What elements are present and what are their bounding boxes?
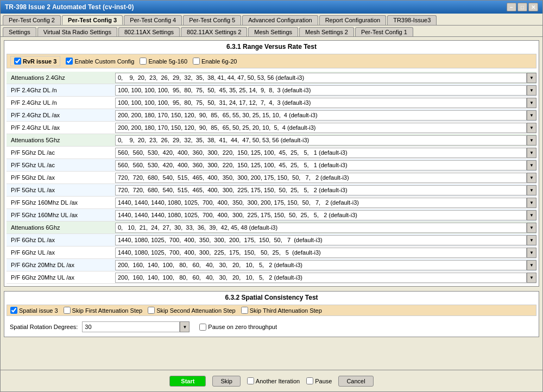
row-dropdown-btn-7[interactable]: ▼ — [527, 160, 536, 170]
rvr-issue-checkbox[interactable] — [14, 58, 21, 65]
tab-row2-5[interactable]: Mesh Settings 2 — [299, 27, 354, 36]
table-row: P/F 5Ghz 160Mhz UL /ax▼ — [7, 209, 536, 222]
row-value-input-5[interactable] — [115, 135, 527, 146]
enable-6g-20-checkbox[interactable] — [193, 58, 200, 65]
skip-third-checkbox[interactable] — [241, 307, 248, 314]
row-value-container-2: ▼ — [115, 98, 536, 108]
table-row: Attenuations 6Ghz▼ — [7, 222, 536, 234]
spatial-rotation-dropdown-btn[interactable]: ▼ — [180, 321, 190, 332]
row-value-container-11: ▼ — [115, 210, 536, 220]
skip-second-label[interactable]: Skip Second Attenuation Step — [148, 307, 236, 314]
maximize-button[interactable]: □ — [517, 3, 527, 11]
tab-row2-1[interactable]: Virtual Sta Radio Settings — [37, 27, 117, 36]
row-dropdown-btn-11[interactable]: ▼ — [527, 210, 536, 220]
spatial-rotation-label: Spatial Rotation Degrees: — [10, 324, 78, 330]
spatial-checkbox-label[interactable]: Spatial issue 3 — [10, 307, 58, 314]
skip-second-text: Skip Second Attenuation Step — [156, 307, 236, 314]
enable-6g-20-label[interactable]: Enable 6g-20 — [193, 58, 237, 65]
table-row: Attenuations 2.4Ghz▼ — [7, 72, 536, 84]
row-dropdown-btn-3[interactable]: ▼ — [527, 110, 536, 121]
row-label-9: P/F 5Ghz UL /ax — [7, 187, 115, 193]
row-value-input-4[interactable] — [115, 123, 527, 133]
row-value-input-6[interactable] — [115, 148, 527, 158]
skip-first-checkbox[interactable] — [64, 307, 71, 314]
enable-5g-160-checkbox[interactable] — [140, 58, 147, 65]
tab-row1-4[interactable]: Advanced Configuration — [242, 15, 318, 25]
tab-row2-6[interactable]: Per-Test Config 1 — [355, 27, 413, 36]
enable-custom-config-text: Enable Custom Config — [74, 58, 134, 65]
skip-button[interactable]: Skip — [212, 376, 240, 387]
tab-row1-1[interactable]: Per-Test Config 3 — [62, 15, 123, 25]
row-value-input-9[interactable] — [115, 185, 527, 195]
tab-row2-4[interactable]: Mesh Settings — [248, 27, 298, 36]
row-value-container-1: ▼ — [115, 85, 536, 96]
spatial-checkbox[interactable] — [10, 307, 17, 314]
row-dropdown-btn-6[interactable]: ▼ — [527, 148, 536, 158]
close-button[interactable]: ✕ — [528, 3, 538, 11]
tab-row1-3[interactable]: Per-Test Config 5 — [183, 15, 241, 25]
minimize-button[interactable]: − — [507, 3, 516, 11]
pause-zero-text: Pause on zero throughput — [208, 324, 277, 330]
skip-second-checkbox[interactable] — [148, 307, 155, 314]
enable-custom-config-label[interactable]: Enable Custom Config — [66, 58, 134, 65]
skip-third-text: Skip Third Attenuation Step — [250, 307, 322, 314]
pause-zero-label[interactable]: Pause on zero throughput — [199, 324, 277, 331]
row-value-input-1[interactable] — [115, 85, 527, 96]
tab-row2-3[interactable]: 802.11AX Settings 2 — [181, 27, 247, 36]
row-dropdown-btn-9[interactable]: ▼ — [527, 185, 536, 195]
cancel-button[interactable]: Cancel — [338, 376, 373, 387]
table-row: P/F 5Ghz 160Mhz DL /ax▼ — [7, 197, 536, 209]
row-value-input-13[interactable] — [115, 235, 527, 245]
tab-row1-2[interactable]: Per-Test Config 4 — [124, 15, 182, 25]
spatial-section: 6.3.2 Spatial Consistency Test Spatial i… — [4, 291, 539, 337]
row-value-input-11[interactable] — [115, 210, 527, 220]
row-value-input-3[interactable] — [115, 110, 527, 121]
row-value-input-0[interactable] — [115, 73, 527, 83]
row-dropdown-btn-12[interactable]: ▼ — [527, 223, 536, 233]
row-value-input-2[interactable] — [115, 98, 527, 108]
row-dropdown-btn-1[interactable]: ▼ — [527, 85, 536, 96]
tab-row1-0[interactable]: Per-Test Config 2 — [3, 15, 61, 25]
enable-5g-160-label[interactable]: Enable 5g-160 — [140, 58, 187, 65]
tab-row2-0[interactable]: Settings — [3, 27, 36, 36]
row-dropdown-btn-5[interactable]: ▼ — [527, 135, 536, 146]
tab-row-2: SettingsVirtual Sta Radio Settings802.11… — [1, 26, 542, 37]
pause-checkbox[interactable] — [306, 377, 313, 384]
skip-first-label[interactable]: Skip First Attenuation Step — [64, 307, 143, 314]
skip-third-label[interactable]: Skip Third Attenuation Step — [241, 307, 322, 314]
row-value-input-8[interactable] — [115, 173, 527, 183]
row-value-container-13: ▼ — [115, 235, 536, 245]
row-value-input-14[interactable] — [115, 248, 527, 258]
another-iteration-label[interactable]: Another Iteration — [247, 377, 300, 384]
row-value-container-15: ▼ — [115, 260, 536, 270]
spatial-label: Spatial issue 3 — [19, 307, 58, 314]
row-dropdown-btn-13[interactable]: ▼ — [527, 235, 536, 245]
enable-custom-config-checkbox[interactable] — [66, 58, 73, 65]
row-value-input-12[interactable] — [115, 223, 527, 233]
row-dropdown-btn-2[interactable]: ▼ — [527, 98, 536, 108]
row-label-6: P/F 5Ghz DL /ac — [7, 149, 115, 156]
spatial-rotation-input[interactable] — [82, 321, 180, 332]
row-value-input-15[interactable] — [115, 260, 527, 270]
row-dropdown-btn-14[interactable]: ▼ — [527, 248, 536, 258]
main-content: 6.3.1 Range Versus Rate Test RvR issue 3… — [1, 37, 542, 370]
skip-first-text: Skip First Attenuation Step — [72, 307, 143, 314]
row-dropdown-btn-0[interactable]: ▼ — [527, 73, 536, 83]
pause-zero-checkbox[interactable] — [199, 324, 206, 331]
row-value-input-10[interactable] — [115, 198, 527, 208]
row-dropdown-btn-8[interactable]: ▼ — [527, 173, 536, 183]
rvr-data-table: Attenuations 2.4Ghz▼P/F 2.4Ghz DL /n▼P/F… — [7, 72, 536, 284]
tab-row1-6[interactable]: TR398-Issue3 — [387, 15, 437, 25]
start-button[interactable]: Start — [169, 376, 206, 387]
tab-row2-2[interactable]: 802.11AX Settings — [118, 27, 180, 36]
row-dropdown-btn-16[interactable]: ▼ — [527, 273, 536, 283]
row-value-input-16[interactable] — [115, 273, 527, 283]
row-dropdown-btn-10[interactable]: ▼ — [527, 198, 536, 208]
row-value-input-7[interactable] — [115, 160, 527, 170]
tab-row1-5[interactable]: Report Configuration — [319, 15, 387, 25]
another-iteration-checkbox[interactable] — [247, 377, 254, 384]
row-dropdown-btn-4[interactable]: ▼ — [527, 123, 536, 133]
pause-label[interactable]: Pause — [306, 377, 332, 384]
rvr-issue-checkbox-label[interactable]: RvR issue 3 — [10, 56, 60, 66]
row-dropdown-btn-15[interactable]: ▼ — [527, 260, 536, 270]
